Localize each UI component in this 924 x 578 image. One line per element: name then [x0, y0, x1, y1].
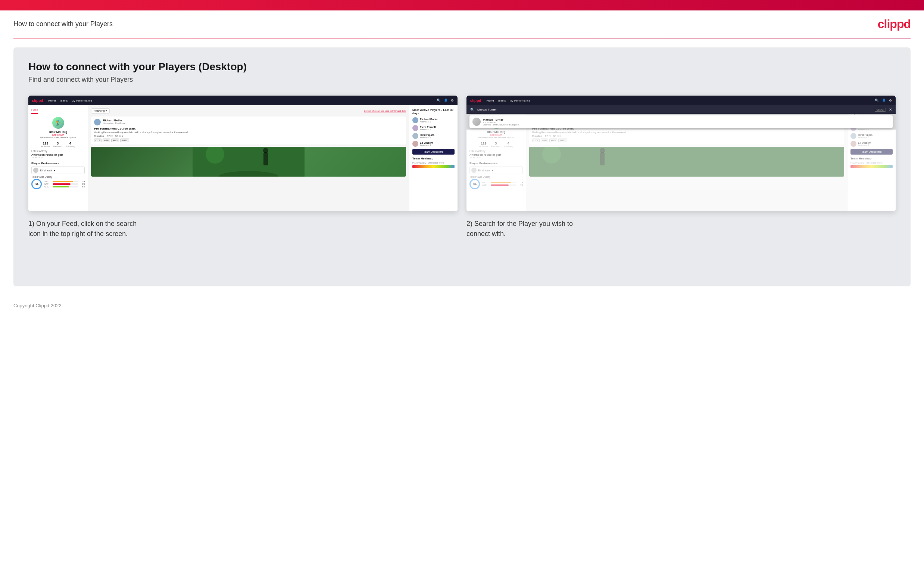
latest-activity: Afternoon round of golf — [31, 153, 85, 156]
player-select-name: Eli Vincent — [40, 169, 52, 172]
search-icon-2[interactable]: 🔍 — [875, 99, 879, 102]
quality-label-2: Total Player Quality — [469, 175, 523, 178]
player-row-2-4: Eli Vincent Activities: 1 — [851, 141, 893, 147]
nav-link-home-2[interactable]: Home — [486, 99, 494, 102]
profile-avatar-1: 🏌 — [52, 117, 64, 129]
stat-following: 4 Following — [66, 141, 75, 148]
heatmap-sub-1: Player Quality - 20 Round Trend — [413, 162, 455, 164]
following-button-1[interactable]: Following ▾ — [91, 108, 110, 114]
feed-tab-1[interactable]: Feed — [31, 108, 38, 114]
search-bar: 🔍 Marcus Turner CLEAR ✕ — [466, 105, 896, 114]
golf-scene-svg-2 — [529, 147, 844, 177]
stat-followers-2: 3 Followers — [491, 141, 501, 148]
clear-button[interactable]: CLEAR — [875, 108, 886, 112]
svg-rect-3 — [264, 153, 268, 166]
profile-club-1: Mill Ride Golf Club, United Kingdom — [40, 136, 76, 138]
nav-link-teams[interactable]: Teams — [59, 99, 68, 102]
nav-link-teams-2[interactable]: Teams — [497, 99, 506, 102]
heatmap-bar-2 — [851, 165, 893, 168]
score-row-1: 84 OTT 79 APP — [31, 179, 85, 189]
tag-putt-2: PUTT — [558, 138, 567, 142]
act-duration-value: 02 hr : 00 min — [107, 135, 123, 137]
player-row-2: Piers Parnell Activities: 4 — [413, 125, 455, 131]
close-search-button[interactable]: ✕ — [889, 107, 892, 112]
player-row-1: Richard Butler Activities: 7 — [413, 117, 455, 123]
player-performance-title-1: Player Performance — [31, 162, 85, 165]
copyright-text: Copyright Clippd 2022 — [13, 303, 61, 308]
dropdown-icon-2: ▾ — [492, 169, 494, 172]
act-desc-1: Walking the course with my coach to buil… — [94, 131, 403, 134]
player-info-1: Richard Butler Activities: 7 — [420, 118, 455, 123]
mini-nav-links-1: Home Teams My Performance — [48, 99, 92, 102]
mini-bars-1: OTT 79 APP 70 — [44, 180, 85, 188]
score-row-2: 84 OTT 79 APP — [469, 179, 523, 189]
hero-title: How to connect with your Players (Deskto… — [28, 61, 896, 73]
golfer-image-2 — [529, 147, 844, 177]
act-name-1: Richard Butler — [103, 119, 403, 122]
settings-icon-2[interactable]: ⚙ — [889, 99, 892, 102]
control-text-1[interactable]: Control who can see your activity and da… — [364, 110, 406, 112]
golfer-image-1 — [91, 147, 406, 177]
mini-left-panel-1: Feed 🏌 Blair McHarg Golf Coach Mill Ride… — [28, 105, 88, 211]
player-perf-title-2: Player Performance — [469, 162, 523, 165]
header-divider — [13, 38, 911, 39]
caption-2: 2) Search for the Player you wish to con… — [466, 219, 896, 239]
nav-link-performance-2[interactable]: My Performance — [510, 99, 530, 102]
act-duration-label: Duration — [94, 135, 104, 137]
team-dashboard-btn-1[interactable]: Team Dashboard — [413, 149, 455, 154]
mini-nav-icons-2: 🔍 👤 ⚙ — [875, 99, 892, 102]
user-icon-2[interactable]: 👤 — [882, 99, 886, 102]
mini-right-panel-1: Most Active Players - Last 30 days Richa… — [409, 105, 458, 211]
header: How to connect with your Players clippd — [0, 10, 924, 38]
hero-subtitle: Find and connect with your Players — [28, 76, 896, 84]
player-select-avatar — [33, 168, 39, 173]
mini-logo-1: clippd — [32, 99, 43, 103]
player-select-2: Eli Vincent ▾ — [469, 167, 523, 174]
act-meta-2: Duration 02 hr : 00 min — [532, 135, 841, 137]
act-info-1: Richard Butler Yesterday - The Grove — [103, 119, 403, 125]
player-select-1[interactable]: Eli Vincent ▾ — [31, 167, 85, 174]
svg-rect-7 — [600, 153, 605, 166]
act-tags-1: OTT APP ARG PUTT — [94, 138, 403, 142]
nav-link-home[interactable]: Home — [48, 99, 56, 102]
dropdown-icon: ▾ — [54, 169, 55, 172]
tag-arg: ARG — [111, 138, 119, 142]
profile-stats-2: 129 Activities 3 Followers 4 Following — [469, 141, 523, 148]
tag-arg-2: ARG — [549, 138, 557, 142]
caption-2-line2: connect with. — [466, 230, 506, 237]
player-avatar-1 — [413, 117, 418, 123]
caption-1-line2: icon in the top right of the screen. — [28, 230, 128, 237]
bar-app-2: APP 70 — [482, 184, 523, 186]
bar-app: APP 70 — [44, 183, 85, 185]
player-info-4: Eli Vincent Activities: 1 — [420, 141, 455, 146]
search-input-text[interactable]: Marcus Turner — [477, 108, 872, 111]
stat-activities: 129 Activities — [41, 141, 50, 148]
search-icon[interactable]: 🔍 — [437, 99, 441, 102]
team-dashboard-btn-2: Team Dashboard — [851, 149, 893, 154]
nav-link-performance[interactable]: My Performance — [72, 99, 92, 102]
profile-name-2: Blair McHarg — [487, 130, 505, 134]
profile-stats-1: 129 Activities 3 Followers 4 Following — [31, 141, 85, 148]
player-row-3: Hiral Pujara Activities: 3 — [413, 133, 455, 139]
heatmap-sub-2: Player Quality - 20 Round Trend — [851, 162, 893, 164]
page-title: How to connect with your Players — [13, 20, 113, 28]
top-bar — [0, 0, 924, 10]
profile-club-2: Mill Ride Golf Club, United Kingdom — [478, 136, 514, 138]
player-row-2-3: Hiral Pujara Activities: 3 — [851, 133, 893, 139]
heatmap-bar-1 — [413, 165, 455, 168]
user-icon[interactable]: 👤 — [444, 99, 448, 102]
following-row-1: Following ▾ Control who can see your act… — [91, 108, 406, 114]
mini-nav-links-2: Home Teams My Performance — [486, 99, 530, 102]
most-active-title-1: Most Active Players - Last 30 days — [413, 108, 455, 115]
score-circle-2: 84 — [469, 179, 480, 189]
screenshot-2-frame: clippd Home Teams My Performance 🔍 👤 ⚙ — [466, 96, 896, 211]
player-select-name-2: Eli Vincent — [478, 169, 490, 172]
mini-bars-2: OTT 79 APP 70 — [482, 182, 523, 187]
bar-arg: ARG 64 — [44, 185, 85, 188]
p-avatar-2-3 — [851, 133, 856, 139]
search-result-1[interactable]: Marcus Turner 1.5 Handicap Cypress Point… — [469, 115, 893, 128]
bar-ott-2: OTT 79 — [482, 182, 523, 184]
settings-icon[interactable]: ⚙ — [451, 99, 454, 102]
mini-center-1: Following ▾ Control who can see your act… — [88, 105, 409, 211]
mini-logo-2: clippd — [470, 99, 481, 103]
